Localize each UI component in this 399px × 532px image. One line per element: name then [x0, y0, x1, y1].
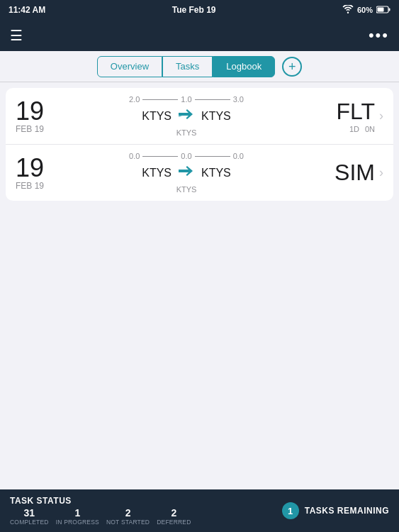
task-status-counts: 31 COMPLETED 1 IN PROGRESS 2 NOT STARTED…	[10, 507, 191, 526]
tab-segment: Overview Tasks Logbook	[97, 56, 275, 77]
route-line-right-1	[195, 99, 230, 100]
tab-tasks[interactable]: Tasks	[162, 56, 213, 77]
flight-month-2: FEB 19	[16, 181, 55, 191]
task-bar: TASK STATUS 31 COMPLETED 1 IN PROGRESS 2…	[0, 489, 399, 532]
route-numbers-1: 2.0 1.0 3.0	[129, 95, 244, 104]
to-airport-2: KTYS	[201, 167, 231, 179]
from-airport-2: KTYS	[142, 167, 172, 179]
task-status-label: TASK STATUS	[10, 496, 191, 506]
chevron-icon-2: ›	[379, 165, 383, 180]
flight-row-sim[interactable]: 19 FEB 19 0.0 0.0 0.0 KTYS KTYS KTYS	[6, 145, 393, 201]
task-count-inprogress: 1 IN PROGRESS	[56, 507, 99, 526]
flight-day-2: 19	[16, 155, 55, 181]
flight-date-block-1: 19 FEB 19	[16, 99, 55, 134]
task-status-section: TASK STATUS 31 COMPLETED 1 IN PROGRESS 2…	[10, 496, 191, 526]
route-num-right-2: 0.0	[233, 152, 244, 160]
to-airport-1: KTYS	[201, 110, 231, 123]
route-num-left-1: 2.0	[129, 95, 140, 104]
nav-bar: ☰ •••	[0, 20, 399, 51]
task-count-notstarted-sub: NOT STARTED	[106, 519, 150, 526]
status-date: Tue Feb 19	[172, 5, 216, 15]
flight-month-1: FEB 19	[16, 124, 55, 134]
flight-day-1: 19	[16, 99, 55, 124]
route-line-left-1	[142, 99, 178, 100]
status-bar: 11:42 AM Tue Feb 19 60%	[0, 0, 399, 20]
flight-type-1: FLT	[336, 99, 375, 125]
task-remaining-badge: 1	[282, 502, 299, 519]
type-meta-1: 1D 0N	[349, 125, 375, 133]
flight-type-2: SIM	[335, 160, 375, 186]
menu-button[interactable]: ☰	[10, 27, 23, 44]
chevron-icon-1: ›	[379, 109, 383, 123]
add-entry-button[interactable]: +	[282, 57, 302, 77]
route-airports-1: KTYS KTYS	[142, 106, 231, 126]
plane-icon-2	[177, 163, 196, 182]
task-count-deferred: 2 DEFERRED	[157, 507, 191, 526]
battery-percent: 60%	[357, 6, 373, 14]
route-num-right-1: 3.0	[233, 95, 244, 104]
task-count-completed: 31 COMPLETED	[10, 507, 49, 526]
plane-icon-1	[177, 106, 196, 126]
task-count-deferred-sub: DEFERRED	[157, 519, 191, 526]
battery-icon	[376, 6, 390, 15]
tab-bar: Overview Tasks Logbook +	[0, 51, 399, 82]
tab-logbook[interactable]: Logbook	[213, 56, 275, 77]
type-meta-left-1: 1D	[349, 125, 359, 133]
route-line-right-2	[195, 156, 230, 157]
from-airport-1: KTYS	[142, 110, 172, 123]
type-meta-right-1: 0N	[365, 125, 375, 133]
status-time: 11:42 AM	[9, 5, 45, 15]
route-airports-2: KTYS KTYS	[142, 163, 231, 182]
route-num-left-2: 0.0	[129, 152, 140, 160]
type-block-1: FLT 1D 0N	[318, 99, 375, 133]
route-num-mid-1: 1.0	[181, 95, 191, 104]
task-count-notstarted-num: 2	[125, 507, 131, 519]
task-count-completed-num: 31	[24, 507, 35, 519]
type-block-2: SIM	[318, 160, 375, 186]
route-block-1: 2.0 1.0 3.0 KTYS KTYS KTYS	[55, 95, 318, 137]
route-line-left-2	[142, 156, 178, 157]
task-remaining-section: 1 TASKS REMAINING	[282, 502, 389, 519]
task-count-inprogress-sub: IN PROGRESS	[56, 519, 99, 526]
task-count-completed-sub: COMPLETED	[10, 519, 49, 526]
task-count-deferred-num: 2	[171, 507, 176, 519]
route-block-2: 0.0 0.0 0.0 KTYS KTYS KTYS	[55, 152, 318, 194]
svg-rect-2	[377, 7, 383, 11]
route-sub-2: KTYS	[176, 185, 197, 194]
svg-rect-1	[388, 8, 390, 11]
route-sub-1: KTYS	[176, 128, 197, 137]
status-icons: 60%	[342, 5, 390, 15]
flight-row-flt[interactable]: 19 FEB 19 2.0 1.0 3.0 KTYS KTYS	[6, 88, 393, 145]
more-button[interactable]: •••	[369, 26, 389, 45]
task-remaining-label: TASKS REMAINING	[305, 506, 389, 516]
flight-list: 19 FEB 19 2.0 1.0 3.0 KTYS KTYS	[6, 88, 393, 201]
task-count-inprogress-num: 1	[74, 507, 80, 519]
tab-overview[interactable]: Overview	[97, 56, 162, 77]
task-count-notstarted: 2 NOT STARTED	[106, 507, 150, 526]
route-num-mid-2: 0.0	[181, 152, 191, 160]
wifi-icon	[342, 5, 354, 15]
route-numbers-2: 0.0 0.0 0.0	[129, 152, 244, 160]
flight-date-block-2: 19 FEB 19	[16, 155, 55, 191]
